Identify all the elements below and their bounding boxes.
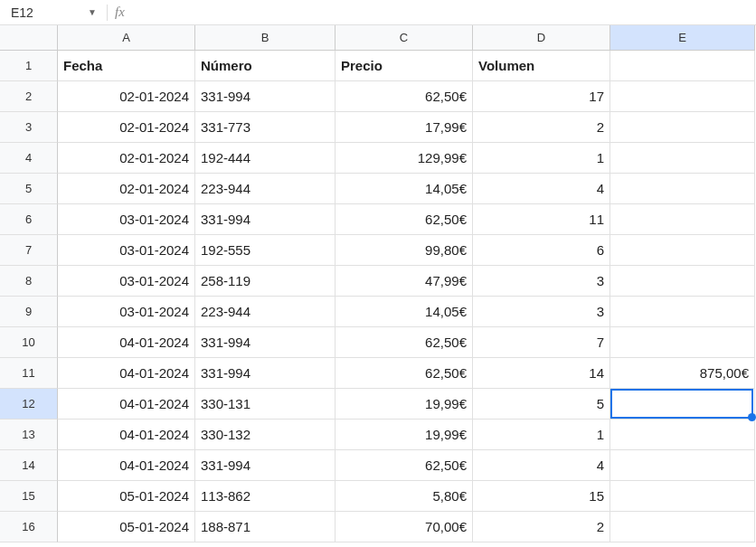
cell-B16[interactable]: 188-871	[195, 512, 335, 542]
cell-D5[interactable]: 4	[473, 174, 610, 204]
cell-B8[interactable]: 258-119	[195, 266, 335, 297]
cell-B10[interactable]: 331-994	[195, 327, 335, 358]
row-header-4[interactable]: 4	[0, 143, 58, 174]
cell-D10[interactable]: 7	[473, 327, 610, 358]
row-header-13[interactable]: 13	[0, 420, 58, 450]
cell-A10[interactable]: 04-01-2024	[58, 327, 195, 358]
cell-E2[interactable]	[610, 81, 755, 112]
row-header-2[interactable]: 2	[0, 81, 58, 112]
row-header-15[interactable]: 15	[0, 481, 58, 512]
cell-B3[interactable]: 331-773	[195, 112, 335, 143]
cell-C5[interactable]: 14,05€	[335, 174, 473, 204]
cell-C6[interactable]: 62,50€	[335, 204, 473, 235]
cell-A9[interactable]: 03-01-2024	[58, 297, 195, 327]
column-header-B[interactable]: B	[195, 25, 335, 51]
cell-C12[interactable]: 19,99€	[335, 389, 473, 420]
cell-C2[interactable]: 62,50€	[335, 81, 473, 112]
cell-E14[interactable]	[610, 450, 755, 481]
cell-A11[interactable]: 04-01-2024	[58, 358, 195, 389]
cell-C4[interactable]: 129,99€	[335, 143, 473, 174]
cell-B12[interactable]: 330-131	[195, 389, 335, 420]
cell-E7[interactable]	[610, 235, 755, 266]
cell-B14[interactable]: 331-994	[195, 450, 335, 481]
cell-D15[interactable]: 15	[473, 481, 610, 512]
row-header-5[interactable]: 5	[0, 174, 58, 204]
column-header-D[interactable]: D	[473, 25, 610, 51]
cell-E4[interactable]	[610, 143, 755, 174]
row-header-16[interactable]: 16	[0, 512, 58, 542]
cell-A6[interactable]: 03-01-2024	[58, 204, 195, 235]
cell-D4[interactable]: 1	[473, 143, 610, 174]
cell-C7[interactable]: 99,80€	[335, 235, 473, 266]
select-all-corner[interactable]	[0, 25, 58, 51]
row-header-3[interactable]: 3	[0, 112, 58, 143]
cell-C14[interactable]: 62,50€	[335, 450, 473, 481]
cell-B5[interactable]: 223-944	[195, 174, 335, 204]
cell-C1[interactable]: Precio	[335, 51, 473, 81]
name-box-dropdown-icon[interactable]: ▼	[85, 7, 99, 17]
cell-C13[interactable]: 19,99€	[335, 420, 473, 450]
cell-C10[interactable]: 62,50€	[335, 327, 473, 358]
cell-C8[interactable]: 47,99€	[335, 266, 473, 297]
cell-B9[interactable]: 223-944	[195, 297, 335, 327]
cell-E16[interactable]	[610, 512, 755, 542]
cell-D3[interactable]: 2	[473, 112, 610, 143]
cell-A7[interactable]: 03-01-2024	[58, 235, 195, 266]
row-header-9[interactable]: 9	[0, 297, 58, 327]
cell-E12[interactable]	[610, 389, 755, 420]
cell-E9[interactable]	[610, 297, 755, 327]
row-header-14[interactable]: 14	[0, 450, 58, 481]
row-header-11[interactable]: 11	[0, 358, 58, 389]
cell-B4[interactable]: 192-444	[195, 143, 335, 174]
cell-E3[interactable]	[610, 112, 755, 143]
cell-E11[interactable]: 875,00€	[610, 358, 755, 389]
cell-A14[interactable]: 04-01-2024	[58, 450, 195, 481]
cell-D9[interactable]: 3	[473, 297, 610, 327]
cell-E10[interactable]	[610, 327, 755, 358]
cell-A1[interactable]: Fecha	[58, 51, 195, 81]
cell-D1[interactable]: Volumen	[473, 51, 610, 81]
row-header-8[interactable]: 8	[0, 266, 58, 297]
cell-D6[interactable]: 11	[473, 204, 610, 235]
cell-A13[interactable]: 04-01-2024	[58, 420, 195, 450]
cell-D11[interactable]: 14	[473, 358, 610, 389]
formula-input[interactable]	[132, 0, 752, 24]
cell-C15[interactable]: 5,80€	[335, 481, 473, 512]
cell-A3[interactable]: 02-01-2024	[58, 112, 195, 143]
row-header-12[interactable]: 12	[0, 389, 58, 420]
cell-E8[interactable]	[610, 266, 755, 297]
row-header-10[interactable]: 10	[0, 327, 58, 358]
column-header-A[interactable]: A	[58, 25, 195, 51]
row-header-6[interactable]: 6	[0, 204, 58, 235]
cell-C16[interactable]: 70,00€	[335, 512, 473, 542]
cell-E5[interactable]	[610, 174, 755, 204]
cell-B15[interactable]: 113-862	[195, 481, 335, 512]
column-header-C[interactable]: C	[335, 25, 473, 51]
cell-D14[interactable]: 4	[473, 450, 610, 481]
cell-D13[interactable]: 1	[473, 420, 610, 450]
cell-E6[interactable]	[610, 204, 755, 235]
cell-A8[interactable]: 03-01-2024	[58, 266, 195, 297]
cell-A2[interactable]: 02-01-2024	[58, 81, 195, 112]
cell-D7[interactable]: 6	[473, 235, 610, 266]
cell-B6[interactable]: 331-994	[195, 204, 335, 235]
cell-D2[interactable]: 17	[473, 81, 610, 112]
cell-A15[interactable]: 05-01-2024	[58, 481, 195, 512]
cell-B2[interactable]: 331-994	[195, 81, 335, 112]
cell-B13[interactable]: 330-132	[195, 420, 335, 450]
cell-C3[interactable]: 17,99€	[335, 112, 473, 143]
cell-C9[interactable]: 14,05€	[335, 297, 473, 327]
cell-D8[interactable]: 3	[473, 266, 610, 297]
cell-D12[interactable]: 5	[473, 389, 610, 420]
cell-E1[interactable]	[610, 51, 755, 81]
cell-E13[interactable]	[610, 420, 755, 450]
column-header-E[interactable]: E	[610, 25, 755, 51]
row-header-7[interactable]: 7	[0, 235, 58, 266]
cell-C11[interactable]: 62,50€	[335, 358, 473, 389]
fx-icon[interactable]: fx	[115, 5, 125, 20]
cell-B1[interactable]: Número	[195, 51, 335, 81]
cell-E15[interactable]	[610, 481, 755, 512]
cell-B11[interactable]: 331-994	[195, 358, 335, 389]
cell-A12[interactable]: 04-01-2024	[58, 389, 195, 420]
cell-A16[interactable]: 05-01-2024	[58, 512, 195, 542]
